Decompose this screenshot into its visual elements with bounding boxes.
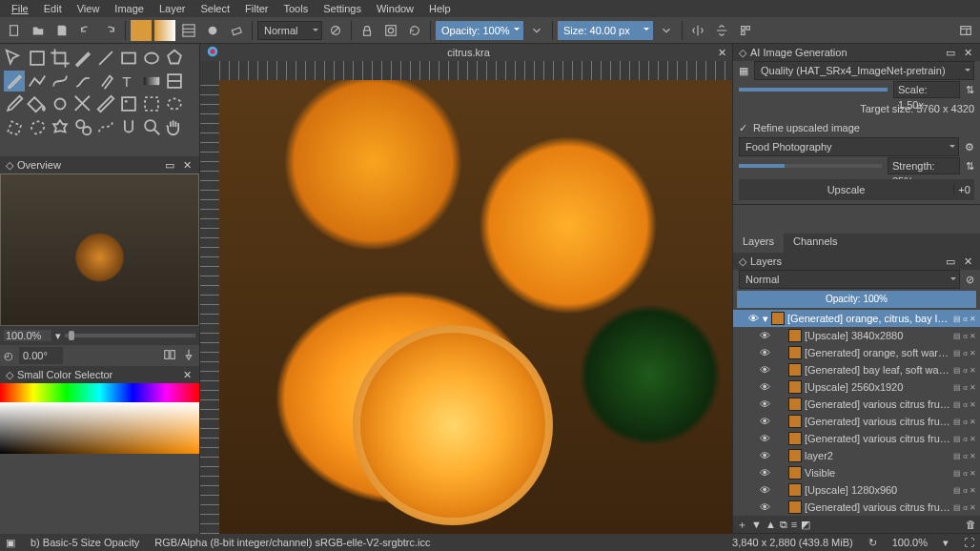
menu-image[interactable]: Image [107, 2, 152, 15]
visibility-icon[interactable]: 👁 [748, 313, 760, 324]
menu-edit[interactable]: Edit [36, 2, 70, 15]
eraser-toggle-icon[interactable] [226, 20, 247, 41]
link-icon[interactable]: ⇅ [966, 160, 974, 173]
text-tool-icon[interactable]: T [118, 71, 139, 92]
layer-blend-select[interactable]: Normal [739, 270, 960, 289]
visibility-icon[interactable]: 👁 [760, 450, 771, 461]
wrap-icon[interactable] [735, 20, 756, 41]
blend-mode-select[interactable]: Normal [257, 21, 322, 40]
layer-row[interactable]: 👁[Generated] bay leaf, soft warm afterno… [733, 361, 980, 378]
brush-size-slider[interactable]: Size: 40.00 px [558, 21, 653, 40]
sel-mode-icon[interactable]: ▣ [6, 537, 15, 549]
visibility-icon[interactable]: 👁 [760, 398, 771, 410]
similar-select-icon[interactable] [72, 116, 93, 137]
ellipse-tool-icon[interactable] [141, 48, 162, 69]
menu-filter[interactable]: Filter [237, 2, 276, 15]
layer-row[interactable]: 👁layer2▤ α ✕ [733, 447, 980, 464]
fg-color-swatch[interactable] [131, 20, 152, 41]
layer-row[interactable]: 👁[Upscale] 2560x1920▤ α ✕ [733, 378, 980, 396]
close-panel-icon[interactable]: ✕ [961, 255, 974, 268]
layer-mask-icon[interactable]: ◩ [801, 519, 810, 531]
canvas[interactable] [219, 80, 732, 534]
link-icon[interactable]: ⇅ [966, 84, 974, 96]
visibility-icon[interactable]: 👁 [760, 501, 771, 513]
brush-tool-icon[interactable] [4, 71, 25, 92]
opacity-slider[interactable]: Opacity: 100% [436, 21, 523, 40]
layer-flags[interactable]: ▤ α ✕ [953, 383, 976, 392]
layer-flags[interactable]: ▤ α ✕ [953, 435, 976, 443]
visibility-icon[interactable]: 👁 [760, 347, 771, 358]
pattern-tool-icon[interactable] [164, 71, 185, 92]
layer-flags[interactable]: ▤ α ✕ [953, 452, 976, 460]
poly-select-icon[interactable] [4, 116, 25, 137]
menu-tools[interactable]: Tools [276, 2, 316, 15]
freehand-tool-icon[interactable] [72, 48, 93, 69]
visibility-icon[interactable]: 👁 [760, 364, 771, 376]
tab-layers[interactable]: Layers [733, 234, 784, 253]
menu-layer[interactable]: Layer [152, 2, 194, 15]
layer-flags[interactable]: ▤ α ✕ [953, 366, 976, 375]
ruler-origin[interactable] [200, 61, 219, 80]
tab-channels[interactable]: Channels [784, 234, 847, 253]
measure-tool-icon[interactable] [95, 93, 116, 114]
new-doc-icon[interactable] [4, 20, 25, 41]
gradient-swatch[interactable] [154, 20, 175, 41]
gear-icon[interactable]: ⚙ [965, 141, 974, 153]
move-tool-icon[interactable] [4, 48, 25, 69]
visibility-icon[interactable]: 👁 [760, 433, 771, 444]
lock-icon[interactable]: ◇ [6, 156, 13, 173]
strength-slider[interactable] [739, 164, 882, 168]
duplicate-layer-icon[interactable]: ⧉ [780, 519, 787, 531]
mirror-v-icon[interactable] [711, 20, 732, 41]
close-panel-icon[interactable]: ✕ [961, 46, 974, 59]
layer-flags[interactable]: ▤ α ✕ [953, 400, 976, 409]
ellipse-select-icon[interactable] [164, 93, 185, 114]
colorpicker-tool-icon[interactable] [4, 93, 25, 114]
expand-icon[interactable]: ▾ [763, 313, 768, 325]
blend-clear-icon[interactable] [325, 20, 346, 41]
close-panel-icon[interactable]: ✕ [180, 158, 194, 172]
workspace-chooser-icon[interactable] [955, 20, 976, 41]
menu-file[interactable]: File [4, 2, 36, 15]
layer-row[interactable]: 👁▾[Generated] orange, citrus, bay leaf, … [733, 310, 980, 327]
menu-help[interactable]: Help [421, 2, 459, 15]
rect-select-icon[interactable] [141, 93, 162, 114]
rect-tool-icon[interactable] [118, 48, 139, 69]
polygon-tool-icon[interactable] [164, 48, 185, 69]
layer-row[interactable]: 👁[Upscale] 1280x960▤ α ✕ [733, 481, 980, 499]
preserve-alpha-icon[interactable] [380, 20, 401, 41]
float-panel-icon[interactable]: ▭ [944, 46, 957, 59]
scale-slider[interactable] [739, 88, 888, 92]
color-selector[interactable] [0, 383, 199, 454]
contig-select-icon[interactable] [50, 116, 71, 137]
polyline-tool-icon[interactable] [27, 71, 48, 92]
layer-row[interactable]: 👁[Generated] various citrus fruit arrang… [733, 499, 980, 516]
chevron-down-icon[interactable]: ▾ [943, 537, 949, 549]
brush-preset-icon[interactable] [202, 20, 223, 41]
move-down-icon[interactable]: ▼ [751, 519, 762, 530]
zoom-value[interactable]: 100.0% [4, 330, 51, 341]
rotation-value[interactable]: 0.00° [19, 347, 63, 364]
redo-icon[interactable] [99, 20, 120, 41]
bezier-select-icon[interactable] [95, 116, 116, 137]
lock-icon[interactable]: ◇ [739, 44, 746, 61]
layer-flags[interactable]: ▤ α ✕ [953, 418, 976, 426]
fullscreen-icon[interactable]: ⛶ [964, 537, 974, 548]
layer-opacity-slider[interactable]: Opacity: 100% [737, 291, 976, 308]
gradient-tool-icon[interactable] [141, 71, 162, 92]
float-panel-icon[interactable]: ▭ [944, 255, 957, 268]
calligraphy-tool-icon[interactable] [95, 71, 116, 92]
enqueue-button[interactable]: +0 [953, 184, 974, 195]
reference-tool-icon[interactable] [118, 93, 139, 114]
layer-flags[interactable]: ▤ α ✕ [953, 503, 976, 512]
line-tool-icon[interactable] [95, 48, 116, 69]
reload-brush-icon[interactable] [404, 20, 425, 41]
zoom-tool-icon[interactable] [141, 116, 162, 137]
add-layer-icon[interactable]: ＋ [737, 518, 747, 532]
zoom-slider[interactable] [65, 334, 195, 337]
upscale-button[interactable]: Upscale +0 [739, 179, 974, 200]
layer-flags[interactable]: ▤ α ✕ [953, 315, 976, 323]
refine-checkbox[interactable]: ✓ [739, 122, 747, 134]
mirror-h-icon[interactable] [687, 20, 708, 41]
menu-settings[interactable]: Settings [316, 2, 369, 15]
